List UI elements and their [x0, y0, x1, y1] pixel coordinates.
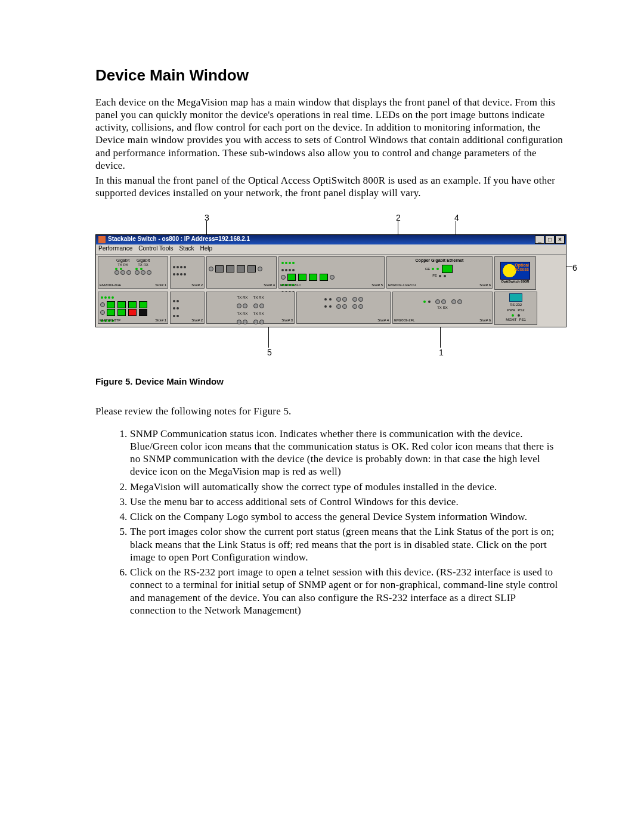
window-titlebar: Stackable Switch - os800 : IP Address=19…: [96, 235, 566, 244]
port-button[interactable]: [117, 309, 126, 316]
pwr-label: PWR: [507, 308, 515, 313]
gigabit-label: Gigabit: [114, 258, 131, 264]
rs232-label: RS-232: [510, 303, 522, 308]
slot-num: Slot# 2: [191, 318, 203, 323]
device-window: Stackable Switch - os800 : IP Address=19…: [95, 234, 566, 327]
menu-control-tools[interactable]: Control Tools: [138, 245, 173, 253]
callout-5: 5: [267, 348, 272, 358]
list-item: The port images color show the current p…: [130, 525, 561, 563]
port-button[interactable]: [237, 320, 242, 324]
port-button[interactable]: [442, 265, 453, 273]
menu-performance[interactable]: Performance: [98, 245, 132, 253]
slot-name: EM2003-8TP: [100, 318, 120, 323]
txrx-label: TX RX: [135, 263, 151, 268]
port-button[interactable]: [342, 297, 347, 302]
slot-name: EM2003-1GE/CU: [388, 283, 416, 288]
port-button[interactable]: [457, 299, 462, 304]
port-button[interactable]: [147, 270, 151, 275]
port-button[interactable]: [226, 265, 234, 272]
port-button[interactable]: [139, 309, 147, 316]
slot-name: EM2003-2GE: [100, 283, 121, 288]
port-button[interactable]: [336, 304, 341, 309]
figure-notes-list: SNMP Communication status icon. Indicate…: [95, 428, 566, 617]
port-button[interactable]: [320, 274, 328, 281]
copper-gigabit-label: Copper Gigabit Ethernet: [389, 258, 490, 264]
port-button[interactable]: [128, 309, 137, 316]
port-button[interactable]: [237, 265, 245, 272]
minimize-button[interactable]: _: [535, 236, 544, 244]
port-button[interactable]: [247, 265, 256, 272]
port-button[interactable]: [135, 270, 140, 275]
list-item: MegaVision will automatically show the c…: [130, 481, 561, 493]
port-button[interactable]: [253, 304, 258, 308]
gigabit-label: Gigabit: [135, 258, 151, 264]
menu-bar: Performance Control Tools Stack Help: [96, 244, 566, 255]
slot-num: Slot# 3: [281, 318, 293, 323]
port-button[interactable]: [128, 301, 137, 308]
port-button[interactable]: [342, 304, 347, 309]
port-button[interactable]: [117, 301, 126, 308]
port-button[interactable]: [309, 274, 317, 281]
rs232-port[interactable]: [509, 293, 522, 302]
port-button[interactable]: [352, 297, 357, 302]
txrx-label: TX RX: [114, 263, 131, 268]
slot-num: Slot# 6: [479, 283, 491, 288]
port-button[interactable]: [243, 320, 247, 324]
ge-label: GE: [425, 267, 431, 272]
slot-num: Slot# 4: [377, 318, 389, 323]
callout-1: 1: [439, 348, 444, 358]
slot-num: Slot# 5: [371, 283, 383, 288]
model-label: OptiSwitch 800R: [501, 280, 529, 284]
port-button[interactable]: [287, 274, 296, 281]
slot-num: Slot# 6: [479, 318, 491, 323]
port-button[interactable]: [441, 299, 446, 304]
port-button[interactable]: [237, 304, 242, 308]
mgmt-label: MGMT: [506, 318, 516, 323]
port-button[interactable]: [435, 299, 440, 304]
port-button[interactable]: [451, 299, 456, 304]
slot-num: Slot# 4: [264, 283, 275, 288]
port-button[interactable]: [358, 297, 363, 302]
slot-num: Slot# 1: [155, 318, 166, 323]
port-button[interactable]: [352, 304, 357, 309]
page-title: Device Main Window: [95, 66, 566, 85]
menu-help[interactable]: Help: [200, 245, 212, 253]
optical-access-logo-icon: OpticalAccess: [500, 262, 530, 280]
window-title: Stackable Switch - os800 : IP Address=19…: [108, 236, 250, 243]
notes-intro: Please review the following notes for Fi…: [95, 405, 566, 417]
company-logo[interactable]: OpticalAccess OptiSwitch 800R: [494, 256, 536, 290]
ps2-label: PS2: [518, 308, 524, 313]
port-button[interactable]: [215, 265, 224, 272]
port-button[interactable]: [120, 270, 125, 275]
port-button[interactable]: [358, 304, 363, 309]
port-button[interactable]: [259, 320, 264, 324]
port-button[interactable]: [141, 270, 145, 275]
port-button[interactable]: [139, 301, 147, 308]
menu-stack[interactable]: Stack: [179, 245, 194, 253]
intro-para-1: Each device on the MegaVision map has a …: [95, 96, 566, 172]
figure-5: 3 2 4 Stackable Switch - os800 : IP Addr…: [95, 213, 566, 356]
list-item: Use the menu bar to access additional se…: [130, 496, 561, 508]
app-icon: [98, 236, 106, 243]
port-button[interactable]: [114, 270, 119, 275]
port-button[interactable]: [126, 270, 131, 275]
list-item: Click on the Company Logo symbol to acce…: [130, 510, 561, 523]
port-button[interactable]: [253, 320, 258, 324]
port-button[interactable]: [298, 274, 306, 281]
slot-name: EM2003-8LC: [280, 283, 301, 288]
port-button[interactable]: [336, 297, 341, 302]
close-button[interactable]: ×: [555, 236, 565, 244]
list-item: Click on the RS-232 port image to open a…: [130, 566, 561, 617]
maximize-button[interactable]: □: [545, 236, 555, 244]
port-button[interactable]: [107, 309, 115, 316]
callout-6: 6: [572, 263, 577, 274]
slot-num: Slot# 2: [191, 283, 203, 288]
port-button[interactable]: [259, 304, 264, 308]
port-button[interactable]: [243, 304, 247, 308]
fe-label: FE: [432, 274, 437, 278]
intro-para-2: In this manual the front panel of the Op…: [95, 174, 566, 200]
list-item: SNMP Communication status icon. Indicate…: [130, 428, 561, 478]
ps1-label: PS1: [519, 318, 525, 323]
figure-caption: Figure 5. Device Main Window: [95, 376, 566, 388]
port-button[interactable]: [107, 301, 115, 308]
